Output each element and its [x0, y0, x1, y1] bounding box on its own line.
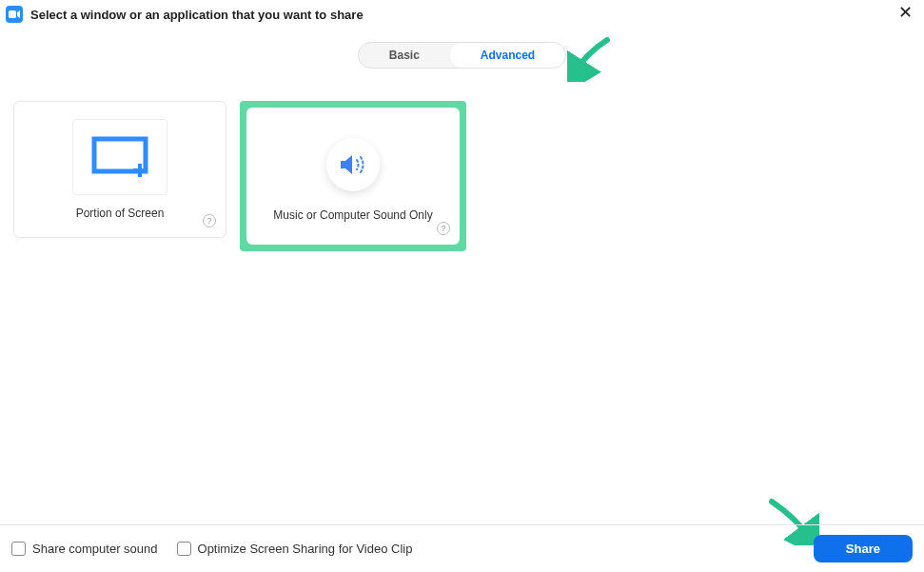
card-sound-highlight: Music or Computer Sound Only ?: [240, 101, 466, 251]
dialog-header: Select a window or an application that y…: [0, 0, 924, 27]
help-icon[interactable]: ?: [437, 222, 450, 235]
portion-of-screen-thumb: [72, 119, 167, 195]
tab-bar: Basic Advanced: [0, 42, 924, 69]
card-portion-of-screen[interactable]: Portion of Screen ?: [13, 101, 226, 238]
svg-rect-3: [133, 168, 147, 172]
tab-advanced[interactable]: Advanced: [450, 43, 565, 68]
dialog-footer: Share computer sound Optimize Screen Sha…: [0, 524, 924, 572]
svg-rect-0: [9, 10, 16, 18]
zoom-icon: [6, 6, 23, 23]
card-sound-label: Music or Computer Sound Only: [273, 208, 432, 222]
checkbox-share-sound[interactable]: Share computer sound: [11, 542, 158, 556]
close-icon[interactable]: ✕: [898, 4, 913, 21]
help-icon[interactable]: ?: [203, 214, 216, 227]
card-portion-label: Portion of Screen: [76, 207, 165, 220]
dialog-title: Select a window or an application that y…: [30, 8, 364, 22]
checkbox-icon: [11, 542, 26, 556]
checkbox-icon: [177, 542, 191, 556]
checkbox-optimize-label: Optimize Screen Sharing for Video Clip: [198, 542, 413, 556]
speaker-icon: [339, 152, 367, 177]
tab-group: Basic Advanced: [358, 42, 566, 69]
svg-rect-1: [94, 139, 146, 171]
share-button[interactable]: Share: [814, 535, 913, 562]
portion-screen-icon: [91, 136, 148, 178]
tab-basic[interactable]: Basic: [359, 43, 450, 68]
checkbox-share-sound-label: Share computer sound: [32, 542, 158, 556]
card-area: Portion of Screen ? Music or Computer So…: [0, 69, 924, 251]
card-music-sound-only[interactable]: Music or Computer Sound Only ?: [246, 108, 460, 245]
checkbox-optimize-video[interactable]: Optimize Screen Sharing for Video Clip: [177, 542, 413, 556]
sound-icon-circle: [326, 138, 380, 191]
